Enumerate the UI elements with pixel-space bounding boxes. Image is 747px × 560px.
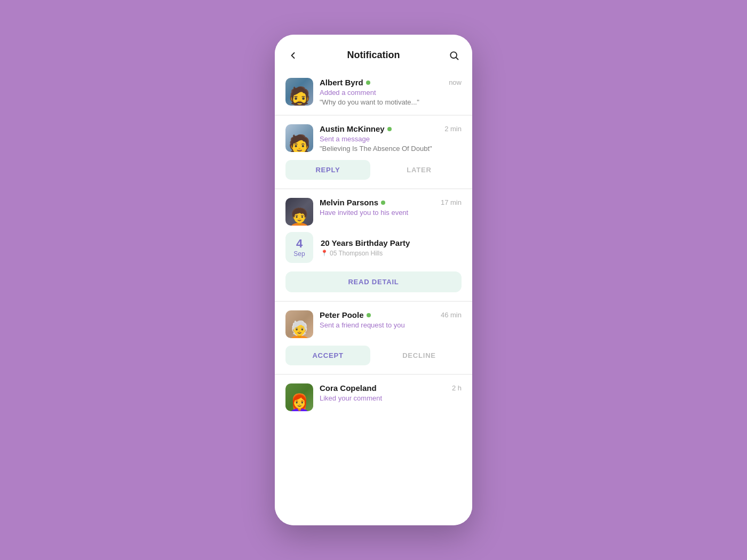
notif-time-peter: 46 min bbox=[441, 311, 462, 319]
notif-content-austin: Austin McKinney 2 min Sent a message "Be… bbox=[320, 124, 462, 153]
event-date-box: 4 Sep bbox=[285, 232, 313, 263]
avatar-albert: 🧔 bbox=[285, 78, 313, 106]
notif-time-austin: 2 min bbox=[444, 125, 462, 133]
online-indicator-peter bbox=[367, 313, 371, 317]
notif-time-cora: 2 h bbox=[452, 384, 462, 392]
event-info: 20 Years Birthday Party 📍 05 Thompson Hi… bbox=[321, 238, 462, 257]
notif-name-albert: Albert Byrd bbox=[320, 78, 370, 87]
notifications-list: 🧔 Albert Byrd now Added a comment "Why d… bbox=[275, 69, 472, 525]
notif-preview-albert: "Why do you want to motivate..." bbox=[320, 98, 462, 106]
notif-action-cora: Liked your comment bbox=[320, 394, 462, 402]
location-pin-icon: 📍 bbox=[321, 250, 328, 257]
notification-item-peter: 🧑‍🦳 Peter Poole 46 min Sent a friend req… bbox=[275, 302, 472, 374]
notif-content-albert: Albert Byrd now Added a comment "Why do … bbox=[320, 78, 462, 106]
reply-button[interactable]: REPLY bbox=[285, 160, 370, 180]
notification-item-austin: 🧑 Austin McKinney 2 min Sent a message "… bbox=[275, 116, 472, 189]
notif-name-austin: Austin McKinney bbox=[320, 124, 392, 133]
notif-preview-austin: "Believing Is The Absence Of Doubt" bbox=[320, 145, 462, 153]
notification-item-melvin: 🧑‍🦱 Melvin Parsons 17 min Have invited y… bbox=[275, 189, 472, 301]
event-month: Sep bbox=[293, 250, 305, 258]
notif-content-peter: Peter Poole 46 min Sent a friend request… bbox=[320, 310, 462, 331]
notification-item-cora: 👩‍🦰 Cora Copeland 2 h Liked your comment bbox=[275, 375, 472, 420]
event-card-melvin: 4 Sep 20 Years Birthday Party 📍 05 Thomp… bbox=[285, 232, 462, 263]
accept-button[interactable]: ACCEPT bbox=[285, 346, 370, 365]
header: Notification bbox=[275, 35, 472, 69]
notif-time-melvin: 17 min bbox=[441, 198, 462, 206]
online-indicator-albert bbox=[366, 81, 370, 85]
svg-line-1 bbox=[456, 57, 458, 59]
search-button[interactable] bbox=[449, 50, 459, 61]
event-day: 4 bbox=[296, 237, 303, 250]
avatar-austin: 🧑 bbox=[285, 124, 313, 152]
notif-action-albert: Added a comment bbox=[320, 89, 462, 97]
notification-item-albert: 🧔 Albert Byrd now Added a comment "Why d… bbox=[275, 69, 472, 115]
notif-content-cora: Cora Copeland 2 h Liked your comment bbox=[320, 383, 462, 404]
notif-content-melvin: Melvin Parsons 17 min Have invited you t… bbox=[320, 198, 462, 218]
notif-name-cora: Cora Copeland bbox=[320, 383, 377, 393]
phone-frame: Notification 🧔 Albert Byrd bbox=[275, 35, 472, 525]
decline-button[interactable]: DECLINE bbox=[377, 346, 462, 365]
avatar-peter: 🧑‍🦳 bbox=[285, 310, 313, 338]
austin-action-buttons: REPLY LATER bbox=[285, 160, 462, 180]
notif-name-peter: Peter Poole bbox=[320, 310, 371, 319]
notif-action-austin: Sent a message bbox=[320, 135, 462, 143]
notif-action-melvin: Have invited you to his event bbox=[320, 209, 462, 217]
notif-name-melvin: Melvin Parsons bbox=[320, 198, 385, 207]
notif-action-peter: Sent a friend request to you bbox=[320, 321, 462, 329]
online-indicator-austin bbox=[387, 127, 392, 131]
peter-action-buttons: ACCEPT DECLINE bbox=[285, 346, 462, 365]
avatar-cora: 👩‍🦰 bbox=[285, 383, 313, 411]
later-button[interactable]: LATER bbox=[377, 160, 462, 180]
back-button[interactable] bbox=[288, 50, 298, 61]
event-location: 📍 05 Thompson Hills bbox=[321, 250, 462, 257]
page-title: Notification bbox=[347, 50, 400, 61]
event-title: 20 Years Birthday Party bbox=[321, 238, 462, 247]
online-indicator-melvin bbox=[381, 201, 385, 205]
notif-time-albert: now bbox=[449, 78, 462, 86]
avatar-melvin: 🧑‍🦱 bbox=[285, 198, 313, 226]
read-detail-button[interactable]: READ DETAIL bbox=[285, 271, 462, 292]
